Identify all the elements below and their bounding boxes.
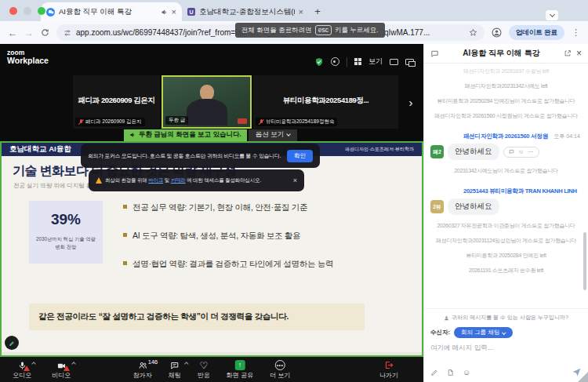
confirm-button[interactable]: 확인 xyxy=(287,150,313,162)
video-warning-icon xyxy=(64,366,70,371)
tab-zoom-meeting[interactable]: AI융합 직무 이해 특강 × xyxy=(41,2,182,21)
privacy-text: 귀하의 메시지를 볼 수 있는 사람은 누구입니까? xyxy=(452,314,568,322)
tab-close-icon[interactable]: × xyxy=(299,8,303,16)
annotate-button[interactable] xyxy=(5,336,19,350)
bullet-text: 설명·협업 역량: 결과를 검증하고 타인에게 설명하는 능력 xyxy=(132,259,333,270)
chevron-up-icon[interactable] xyxy=(31,362,36,366)
fullscreen-window-button[interactable] xyxy=(38,7,45,15)
tab-huis[interactable]: U 호남대학교-종합정보시스템(HUIS) × xyxy=(182,2,309,21)
access-text: 최상의 환경을 위해 마이크 및 카메라 에 대한 액세스를 활성화하십시오. xyxy=(105,177,261,184)
next-participants-arrow[interactable]: › xyxy=(398,75,423,129)
slide-footer-strip xyxy=(2,352,422,355)
video-label: 비디오 xyxy=(52,371,71,380)
recipient-selector[interactable]: 회의 그룹 채팅 xyxy=(454,327,513,338)
close-window-button[interactable] xyxy=(9,7,17,15)
side-by-side-icon[interactable] xyxy=(405,59,414,65)
tab-audio-icon[interactable] xyxy=(161,9,168,16)
toolbar-center: 146 참가자 채팅 ♡ 반응 ↑ 화면 공유 xyxy=(133,360,290,380)
slide-header-right: 패션디자인·스포츠레저·뷰티학과 xyxy=(345,146,414,153)
video-button[interactable]: 비디오 xyxy=(52,360,71,380)
close-icon[interactable]: × xyxy=(576,49,582,58)
file-icon[interactable] xyxy=(447,369,454,377)
pop-out-icon[interactable] xyxy=(564,49,572,57)
screen: AI융합 직무 이해 특강 × U 호남대학교-종합정보시스템(HUIS) × … xyxy=(0,0,588,382)
sender-name[interactable]: 패션디자인학과 20261560 서정원 xyxy=(463,133,548,140)
view-options-label: 옵션 보기 xyxy=(256,130,284,140)
video-detail xyxy=(238,118,247,124)
bookmark-star-icon[interactable] xyxy=(469,28,477,37)
participant-name-label: 패디과 20260909 김은지 xyxy=(75,118,145,126)
system-message: 패션디자인학과 20261697 수왕님 left xyxy=(429,67,583,75)
site-settings-icon[interactable] xyxy=(64,29,71,37)
gallery-view-icon[interactable] xyxy=(354,58,362,66)
access-prefix: 최상의 환경을 위해 xyxy=(105,177,147,183)
bullet-square xyxy=(123,233,127,237)
new-tab-button[interactable]: + xyxy=(309,5,326,21)
recipient-row: 수신자: 회의 그룹 채팅 xyxy=(430,327,582,338)
stat-caption: 2030년까지 핵심 기술 역량 변화 전망 xyxy=(29,235,103,251)
chat-feed: 패션디자인학과 20261697 수왕님 left 패션디자인학과2023134… xyxy=(424,64,588,308)
minimize-window-icon[interactable] xyxy=(390,59,398,65)
person-icon xyxy=(444,315,449,321)
tab-close-icon[interactable]: × xyxy=(172,8,176,16)
record-icon[interactable] xyxy=(331,57,339,66)
leave-button[interactable]: 나가기 xyxy=(379,360,398,380)
more-button[interactable]: ••• 더 보기 xyxy=(270,360,290,380)
participant-tile[interactable]: 뷰티미용학과20254189정... 뷰티미용학과20254189정현숙 xyxy=(253,75,398,129)
chat-header: AI융합 직무 이해 특강 × xyxy=(424,44,588,64)
browser-menu-icon[interactable]: ⋮ xyxy=(572,27,580,38)
privacy-note[interactable]: 귀하의 메시지를 볼 수 있는 사람은 누구입니까? xyxy=(430,314,582,322)
audio-button[interactable]: 오디오 xyxy=(13,360,31,380)
chrome-update-chip[interactable]: 업데이트 완료 xyxy=(509,25,564,40)
view-button[interactable]: 보기 xyxy=(368,56,383,67)
tabs: AI융합 직무 이해 특강 × U 호남대학교-종합정보시스템(HUIS) × … xyxy=(41,0,326,21)
tooltip-text-before: 전체 화면을 종료하려면 xyxy=(241,26,312,35)
access-notification: 최상의 환경을 위해 마이크 및 카메라 에 대한 액세스를 활성화하십시오. … xyxy=(89,169,304,191)
resize-handle[interactable] xyxy=(578,372,588,382)
avatar: 2뷰 xyxy=(430,200,444,213)
microphone-link[interactable]: 마이크 xyxy=(148,177,163,183)
sender-name[interactable]: 20251443 뷰티미용학과 TRAN KHANH LINH xyxy=(463,187,577,195)
more-icon[interactable]: ⋯ xyxy=(528,148,534,155)
message-input[interactable]: 여기에 메시지 입력... xyxy=(430,344,582,353)
participant-tile[interactable]: 패디과 20260909 김은지 패디과 20260909 김은지 xyxy=(73,75,160,129)
recipient-value: 회의 그룹 채팅 xyxy=(461,329,499,337)
profile-icon[interactable] xyxy=(492,27,502,38)
chevron-up-icon[interactable] xyxy=(71,362,76,366)
slide-bullets: 전공 실무 역량: 기본기, 현장 이해, 안전·품질 기준 AI 도구 역량:… xyxy=(123,202,333,287)
avatar: 패2 xyxy=(430,145,444,158)
bullet-item: 설명·협업 역량: 결과를 검증하고 타인에게 설명하는 능력 xyxy=(123,259,333,270)
bullet-text: AI 도구 역량: 탐색, 생성, 분석, 자동화 보조 활용 xyxy=(132,231,300,242)
participants-button[interactable]: 146 참가자 xyxy=(133,360,152,380)
refresh-icon[interactable] xyxy=(41,28,49,37)
focus-mode-text: 회의가 포커스 모드입니다. 호스트 및 공동 호스트만 귀하의 비디오를 볼 … xyxy=(88,152,281,160)
react-icon[interactable]: ☺ xyxy=(518,148,524,155)
zoom-favicon xyxy=(46,8,55,16)
format-icon[interactable] xyxy=(430,369,438,377)
participants-count: 146 xyxy=(148,358,158,366)
reactions-button[interactable]: ♡ 반응 xyxy=(198,360,210,380)
chevron-up-icon[interactable] xyxy=(184,362,189,366)
esc-keycap: esc xyxy=(315,25,332,35)
share-screen-icon: ↑ xyxy=(234,360,245,370)
share-screen-button[interactable]: ↑ 화면 공유 xyxy=(227,360,253,380)
minimize-window-button[interactable] xyxy=(24,7,31,15)
chat-button[interactable]: 채팅 xyxy=(169,360,181,380)
emoji-icon[interactable]: ☺ xyxy=(463,369,470,377)
forward-button[interactable]: → xyxy=(24,27,34,38)
more-dots-icon: ••• xyxy=(275,360,285,370)
chat-scrollbar[interactable] xyxy=(583,232,586,290)
chat-title: AI융합 직무 이해 특강 xyxy=(444,48,559,59)
back-button[interactable]: ← xyxy=(8,27,17,38)
active-speaker-tile[interactable]: 두환 금 xyxy=(162,75,252,129)
meeting-top-controls: 보기 xyxy=(314,56,415,67)
close-icon[interactable]: × xyxy=(293,176,297,184)
audio-label: 오디오 xyxy=(13,371,31,380)
participant-name-center: 패디과 20260909 김은지 xyxy=(73,96,160,106)
toolbar-overflow-chevron[interactable] xyxy=(546,10,558,20)
message-header: 패션디자인학과 20261560 서정원 오후 04:14 xyxy=(463,127,583,141)
camera-link[interactable]: 카메라 xyxy=(171,177,186,183)
reply-icon[interactable] xyxy=(509,149,514,155)
security-shield-icon[interactable] xyxy=(314,57,324,67)
view-options-button[interactable]: 옵션 보기 xyxy=(249,129,297,141)
